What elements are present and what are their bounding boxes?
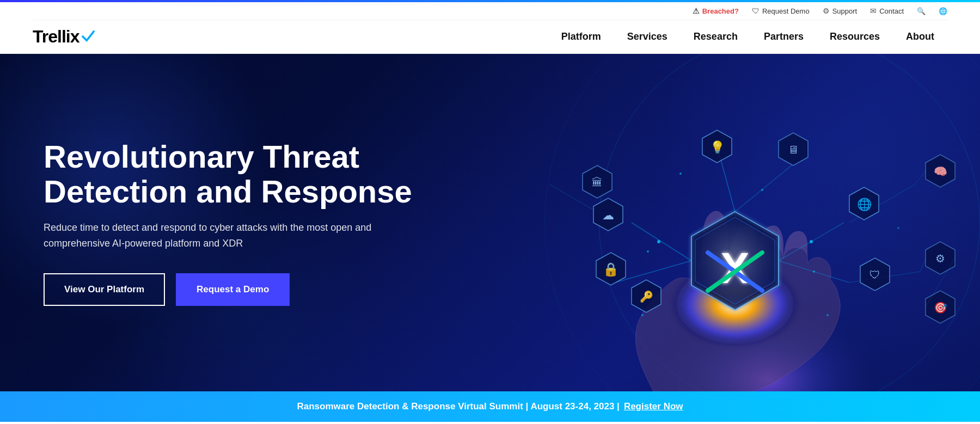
node-monitor-icon: 🖥 <box>788 144 799 156</box>
node-shield-icon: 🛡 <box>869 269 880 281</box>
conn-10 <box>915 171 926 185</box>
main-hexagon-inner <box>695 217 775 304</box>
node-shield-hex <box>860 258 890 291</box>
contact-link[interactable]: ✉ Contact <box>870 7 904 15</box>
dot-2 <box>647 250 649 253</box>
hero-content: Revolutionary Threat Detection and Respo… <box>0 139 425 305</box>
finger-2 <box>728 226 757 266</box>
particle-3 <box>641 314 644 316</box>
node-brain-hex <box>926 155 955 187</box>
palm-glow <box>670 261 800 348</box>
conn-9 <box>550 185 615 223</box>
mail-icon: ✉ <box>870 7 877 15</box>
support-label: Support <box>832 7 857 15</box>
node-gear-icon: ⚙ <box>935 253 945 265</box>
particle-2 <box>761 189 763 191</box>
node-cloud-hex <box>593 198 623 231</box>
conn-1 <box>632 223 691 261</box>
particle-4 <box>826 314 829 316</box>
node-target-hex <box>926 291 955 323</box>
shield-icon: 🛡 <box>752 7 759 15</box>
x-stripe-2 <box>708 253 762 291</box>
hand-glow-bg <box>572 217 898 391</box>
node-search-hex <box>632 280 661 312</box>
logo-text: Trellix <box>33 27 79 47</box>
main-nav: Trellix Platform Services Research Partn… <box>33 20 947 53</box>
hand-shape <box>635 244 840 391</box>
connections-svg: X 🔒 ☁ <box>381 54 980 391</box>
particle-5 <box>897 227 899 229</box>
nav-item-services[interactable]: Services <box>614 26 681 48</box>
dot-1 <box>657 240 660 243</box>
main-hexagon <box>691 212 779 310</box>
conn-8 <box>849 272 920 282</box>
conn-12 <box>926 258 955 307</box>
nav-item-resources[interactable]: Resources <box>817 26 893 48</box>
x-stripe-1 <box>708 253 762 291</box>
particle-1 <box>679 173 682 175</box>
bottom-banner: Ransomware Detection & Response Virtual … <box>0 391 980 422</box>
finger-1 <box>702 211 728 266</box>
node-gear-hex <box>926 242 955 274</box>
node-target-icon: 🎯 <box>934 301 947 314</box>
search-icon[interactable]: 🔍 <box>917 7 926 15</box>
conn-4 <box>779 261 849 282</box>
node-globe-hex <box>849 187 879 220</box>
hero-visual: X 🔒 ☁ <box>381 54 980 391</box>
conn-3 <box>779 223 844 261</box>
banner-text: Ransomware Detection & Response Virtual … <box>297 401 619 412</box>
nav-item-partners[interactable]: Partners <box>751 26 817 48</box>
globe-icon[interactable]: 🌐 <box>939 7 947 15</box>
request-demo-label: Request Demo <box>762 7 810 15</box>
node-monitor-hex <box>779 133 808 165</box>
register-now-link[interactable]: Register Now <box>624 401 683 412</box>
conn-5 <box>719 152 735 212</box>
node-building-icon: 🏛 <box>592 176 603 188</box>
node-brain-icon: 🧠 <box>934 165 947 178</box>
node-globe-icon: 🌐 <box>857 197 872 212</box>
breached-link[interactable]: ⚠ Breached? <box>693 7 739 15</box>
node-lock-icon: 🔒 <box>603 261 619 277</box>
conn-7 <box>849 185 915 223</box>
warning-icon: ⚠ <box>693 7 700 15</box>
nav-menu: Platform Services Research Partners Reso… <box>548 26 947 48</box>
dot-4 <box>813 271 815 273</box>
dot-3 <box>810 240 813 243</box>
contact-label: Contact <box>879 7 904 15</box>
node-bulb-hex <box>702 130 732 163</box>
node-building-hex <box>583 165 612 198</box>
nav-item-about[interactable]: About <box>893 26 947 48</box>
node-cloud-icon: ☁ <box>602 208 614 222</box>
breached-label: Breached? <box>702 7 739 15</box>
view-platform-button[interactable]: View Our Platform <box>44 273 165 306</box>
request-demo-button[interactable]: Request a Demo <box>176 273 290 306</box>
finger-3 <box>757 225 783 259</box>
node-search-icon: 🔑 <box>640 290 653 303</box>
node-lock-hex <box>596 253 626 285</box>
hex-x-logo: X <box>720 244 749 292</box>
request-demo-link[interactable]: 🛡 Request Demo <box>752 7 810 15</box>
logo[interactable]: Trellix <box>33 27 96 47</box>
conn-11 <box>920 258 926 272</box>
hero-buttons: View Our Platform Request a Demo <box>44 273 425 306</box>
hero-subtitle: Reduce time to detect and respond to cyb… <box>44 220 392 251</box>
gear-icon: ⚙ <box>823 7 830 15</box>
support-link[interactable]: ⚙ Support <box>823 7 857 15</box>
header: ⚠ Breached? 🛡 Request Demo ⚙ Support ✉ C… <box>0 2 980 54</box>
header-utility-bar: ⚠ Breached? 🛡 Request Demo ⚙ Support ✉ C… <box>33 2 947 20</box>
nav-item-platform[interactable]: Platform <box>548 26 614 48</box>
conn-2 <box>615 261 691 282</box>
logo-icon <box>81 28 96 44</box>
nav-item-research[interactable]: Research <box>681 26 751 48</box>
finger-4 <box>783 231 807 263</box>
hero-title: Revolutionary Threat Detection and Respo… <box>44 139 425 209</box>
node-bulb-icon: 💡 <box>710 140 725 155</box>
hero-section: X 🔒 ☁ <box>0 54 980 391</box>
conn-6 <box>735 163 795 212</box>
